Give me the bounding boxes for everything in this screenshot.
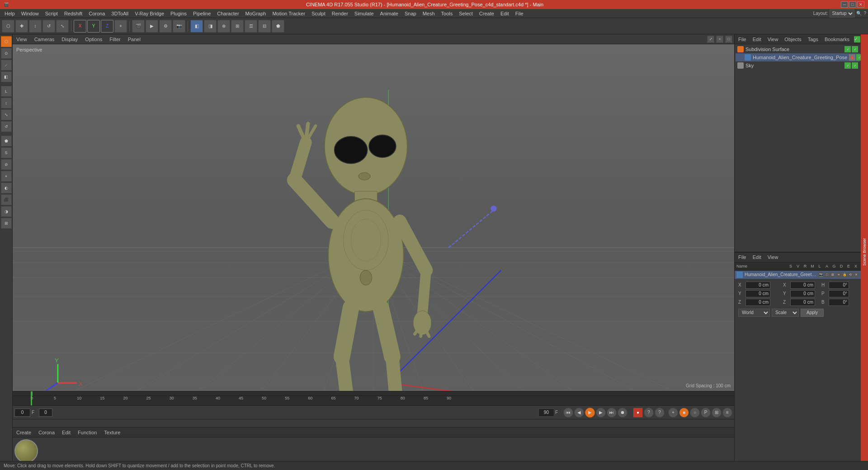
display-mode7-button[interactable]: ⬟ (272, 20, 284, 33)
display-mode-button[interactable]: ◧ (190, 20, 203, 33)
x-axis-button[interactable]: X (74, 20, 86, 33)
timeline-btn-1[interactable]: ● (633, 408, 643, 418)
mat-create-menu[interactable]: Create (14, 429, 33, 436)
humanoid-vis[interactable]: ✓ (856, 54, 861, 61)
tool-1[interactable]: ⬟ (1, 136, 12, 146)
end-frame-input[interactable] (538, 409, 554, 417)
mat-ctrl-5[interactable]: 🔒 (842, 272, 847, 277)
vp-icon-1[interactable]: ⤢ (707, 36, 714, 43)
mat-texture-menu[interactable]: Texture (102, 429, 122, 436)
mm-file-menu[interactable]: File (736, 254, 748, 261)
next-frame-button[interactable]: ▶ (596, 408, 606, 418)
cameras-menu[interactable]: Cameras (33, 36, 57, 43)
goto-start-button[interactable]: ⏮ (563, 408, 573, 418)
menu-item-sculpt[interactable]: Sculpt (309, 10, 328, 17)
tool-move[interactable]: ↕ (1, 98, 12, 108)
help-icon[interactable]: ? (863, 11, 866, 16)
humanoid-tags[interactable]: 🔖 (849, 54, 855, 61)
om-vis-btn[interactable]: ✓ (844, 46, 851, 52)
tool-live-select[interactable]: L (1, 86, 12, 97)
p-input[interactable] (829, 290, 849, 297)
tool-7[interactable]: ◑ (1, 206, 12, 217)
menu-item-select[interactable]: Select (456, 10, 476, 17)
display-mode6-button[interactable]: ⊟ (258, 20, 271, 33)
tool-object-mode[interactable]: ⬡ (1, 36, 12, 47)
render-settings-button[interactable]: ⚙ (159, 20, 172, 33)
timeline-ruler[interactable]: 051015202530354045505560657075808590 (13, 396, 734, 406)
timeline-btn-8[interactable]: ⊞ (712, 408, 722, 418)
menu-item-mesh[interactable]: Mesh (420, 10, 438, 17)
prev-frame-button[interactable]: ◀ (574, 408, 584, 418)
tool-3[interactable]: ⊘ (1, 159, 12, 170)
z-axis-button[interactable]: Z (101, 20, 113, 33)
play-button[interactable]: ▶ (585, 408, 595, 418)
3d-viewport[interactable]: Perspective (13, 44, 734, 391)
sky-vis[interactable]: ✓ (844, 62, 851, 69)
all-axes-button[interactable]: + (114, 20, 127, 33)
timeline-btn-4[interactable]: + (668, 408, 678, 418)
menu-item-character[interactable]: Character (214, 10, 241, 17)
tool-4[interactable]: ⌖ (1, 171, 12, 182)
tool-rotate[interactable]: ↺ (1, 121, 12, 132)
move-button[interactable]: ↕ (29, 20, 42, 33)
tool-point-mode[interactable]: ⊙ (1, 48, 12, 59)
vp-icon-3[interactable]: □ (725, 36, 732, 43)
record-button[interactable]: ⏺ (618, 408, 627, 418)
timeline-btn-9[interactable]: ≡ (722, 408, 732, 418)
tool-2[interactable]: S (1, 147, 12, 158)
menu-item-3dtoall[interactable]: 3DToAll (108, 10, 131, 17)
menu-item-script[interactable]: Script (42, 10, 61, 17)
layout-selector[interactable]: Startup (830, 9, 854, 18)
y-position-input[interactable] (745, 290, 770, 297)
close-button[interactable]: ✕ (857, 1, 864, 8)
filter-menu[interactable]: Filter (108, 36, 122, 43)
timeline-btn-7[interactable]: P (701, 408, 711, 418)
om-item-sky[interactable]: Sky ✓ ✓ (736, 61, 860, 70)
menu-item-mograph[interactable]: MoGraph (243, 10, 269, 17)
menu-item-render[interactable]: Render (329, 10, 351, 17)
h-input[interactable] (829, 282, 849, 289)
mat-ctrl-4[interactable]: ≡ (836, 272, 841, 277)
om-render-btn[interactable]: ✓ (852, 46, 858, 52)
menu-item-pipeline[interactable]: Pipeline (190, 10, 213, 17)
mat-function-menu[interactable]: Function (76, 429, 99, 436)
menu-item-motion tracker[interactable]: Motion Tracker (269, 10, 308, 17)
scale-button[interactable]: ⤡ (56, 20, 69, 33)
timeline-btn-2[interactable]: ? (644, 408, 654, 418)
panel-menu[interactable]: Panel (126, 36, 142, 43)
menu-item-window[interactable]: Window (19, 10, 42, 17)
om-objects-menu[interactable]: Objects (783, 36, 803, 43)
menu-item-simulate[interactable]: Simulate (352, 10, 377, 17)
x-rotation-input[interactable] (790, 282, 815, 289)
mat-ctrl-7[interactable]: ✕ (854, 272, 859, 277)
mat-ctrl-3[interactable]: ⊞ (830, 272, 835, 277)
menu-item-edit[interactable]: Edit (498, 10, 512, 17)
menu-item-tools[interactable]: Tools (439, 10, 456, 17)
rotate-button[interactable]: ↺ (42, 20, 55, 33)
sky-render[interactable]: ✓ (852, 62, 858, 69)
options-menu[interactable]: Options (83, 36, 104, 43)
world-dropdown[interactable]: World Object (738, 309, 770, 317)
material-item[interactable]: Humanoid_Alien_Creature_Greeting_Pose 📷 … (735, 271, 861, 279)
timeline-btn-3[interactable]: ? (655, 408, 665, 418)
material-preview[interactable] (14, 439, 38, 463)
z-position-input[interactable] (745, 299, 770, 306)
timeline-btn-6[interactable]: ○ (690, 408, 700, 418)
mat-ctrl-6[interactable]: ⟲ (848, 272, 853, 277)
current-frame-input[interactable] (14, 409, 30, 417)
tool-polygon-mode[interactable]: ◧ (1, 71, 12, 82)
mat-corona-menu[interactable]: Corona (37, 429, 57, 436)
z-rotation-input[interactable] (790, 299, 815, 306)
tool-scale[interactable]: ⤡ (1, 109, 12, 120)
display-mode2-button[interactable]: ◨ (204, 20, 217, 33)
menu-item-v-ray bridge[interactable]: V-Ray Bridge (132, 10, 167, 17)
display-menu[interactable]: Display (60, 36, 80, 43)
maximize-button[interactable]: □ (849, 1, 856, 8)
model-mode-button[interactable]: ⬡ (2, 20, 14, 33)
menu-item-create[interactable]: Create (476, 10, 497, 17)
add-button[interactable]: ✚ (15, 20, 28, 33)
mat-ctrl-2[interactable]: □ (824, 272, 830, 277)
x-position-input[interactable] (745, 282, 770, 289)
mat-ctrl-1[interactable]: 📷 (818, 272, 824, 277)
om-file-menu[interactable]: File (736, 36, 748, 43)
